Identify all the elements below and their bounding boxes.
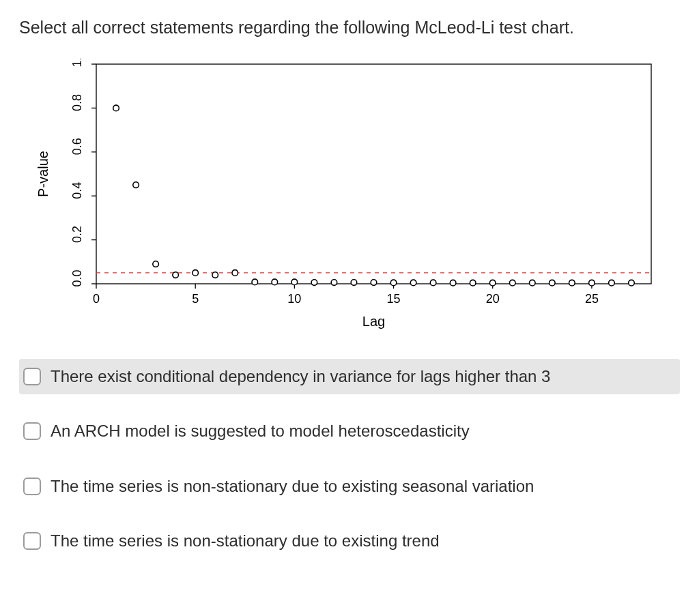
svg-text:10: 10 <box>287 292 301 306</box>
svg-text:0.6: 0.6 <box>70 138 84 155</box>
checkbox-3[interactable] <box>23 532 41 550</box>
data-point <box>351 280 357 286</box>
data-point <box>589 280 595 286</box>
svg-text:1.0: 1.0 <box>70 59 84 68</box>
svg-text:0: 0 <box>93 292 100 306</box>
option-label-0: There exist conditional dependency in va… <box>51 366 550 387</box>
data-point <box>331 280 337 286</box>
svg-text:0.8: 0.8 <box>70 94 84 111</box>
option-row-2[interactable]: The time series is non-stationary due to… <box>19 469 680 504</box>
data-point <box>550 280 556 286</box>
svg-text:15: 15 <box>387 292 401 306</box>
data-point <box>272 279 278 285</box>
option-label-2: The time series is non-stationary due to… <box>51 475 534 497</box>
data-point <box>569 280 575 286</box>
data-point <box>430 280 436 286</box>
checkbox-0[interactable] <box>23 368 41 385</box>
y-axis-label: P-value <box>35 151 51 197</box>
data-point <box>410 280 416 286</box>
options-list: There exist conditional dependency in va… <box>19 359 680 559</box>
data-point <box>232 269 238 276</box>
data-point <box>629 280 635 286</box>
option-row-0[interactable]: There exist conditional dependency in va… <box>19 359 680 394</box>
svg-rect-0 <box>96 64 651 284</box>
data-point <box>509 280 515 286</box>
svg-text:0.4: 0.4 <box>70 181 84 199</box>
question-text: Select all correct statements regarding … <box>19 16 680 40</box>
x-axis-label: Lag <box>362 314 385 329</box>
svg-text:0.2: 0.2 <box>70 226 84 243</box>
data-point <box>529 280 535 286</box>
mcleod-li-chart: 0.00.20.40.60.81.00510152025LagP-value <box>31 59 659 332</box>
data-point <box>113 105 119 111</box>
data-point <box>153 261 159 267</box>
option-label-3: The time series is non-stationary due to… <box>51 530 440 552</box>
data-point <box>470 280 476 286</box>
data-point <box>390 280 397 286</box>
data-point <box>371 280 377 286</box>
data-point <box>489 280 496 286</box>
data-point <box>311 280 317 286</box>
data-point <box>212 272 218 278</box>
checkbox-1[interactable] <box>23 422 41 440</box>
data-point <box>133 182 139 188</box>
svg-text:0.0: 0.0 <box>70 269 84 287</box>
svg-text:25: 25 <box>585 292 599 306</box>
data-point <box>450 280 456 286</box>
svg-text:5: 5 <box>192 292 199 306</box>
data-point <box>291 279 298 285</box>
option-row-1[interactable]: An ARCH model is suggested to model hete… <box>19 413 680 449</box>
data-point <box>252 279 258 285</box>
data-point <box>173 272 179 278</box>
data-point <box>192 269 199 276</box>
data-point <box>609 280 615 286</box>
option-label-1: An ARCH model is suggested to model hete… <box>51 420 470 442</box>
chart-container: 0.00.20.40.60.81.00510152025LagP-value <box>19 59 680 332</box>
option-row-3[interactable]: The time series is non-stationary due to… <box>19 523 680 559</box>
checkbox-2[interactable] <box>23 478 41 495</box>
svg-text:20: 20 <box>486 292 500 306</box>
